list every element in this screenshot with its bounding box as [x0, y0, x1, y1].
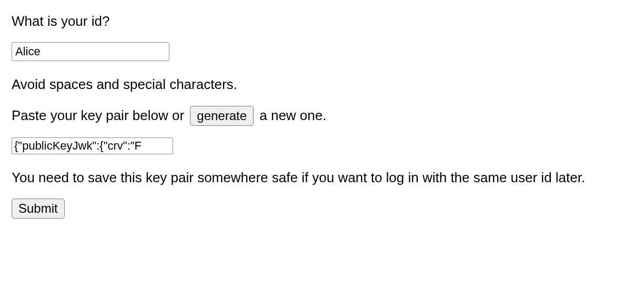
generate-button[interactable]: generate: [190, 106, 254, 126]
paste-prefix: Paste your key pair below or: [12, 107, 188, 123]
id-hint: Avoid spaces and special characters.: [12, 75, 632, 94]
save-note: You need to save this key pair somewhere…: [12, 168, 632, 187]
keypair-input[interactable]: [12, 137, 173, 154]
submit-button[interactable]: Submit: [12, 199, 65, 219]
paste-suffix: a new one.: [256, 107, 326, 123]
id-prompt: What is your id?: [12, 12, 632, 31]
id-input[interactable]: [12, 42, 169, 61]
keypair-instruction: Paste your key pair below or generate a …: [12, 106, 632, 126]
